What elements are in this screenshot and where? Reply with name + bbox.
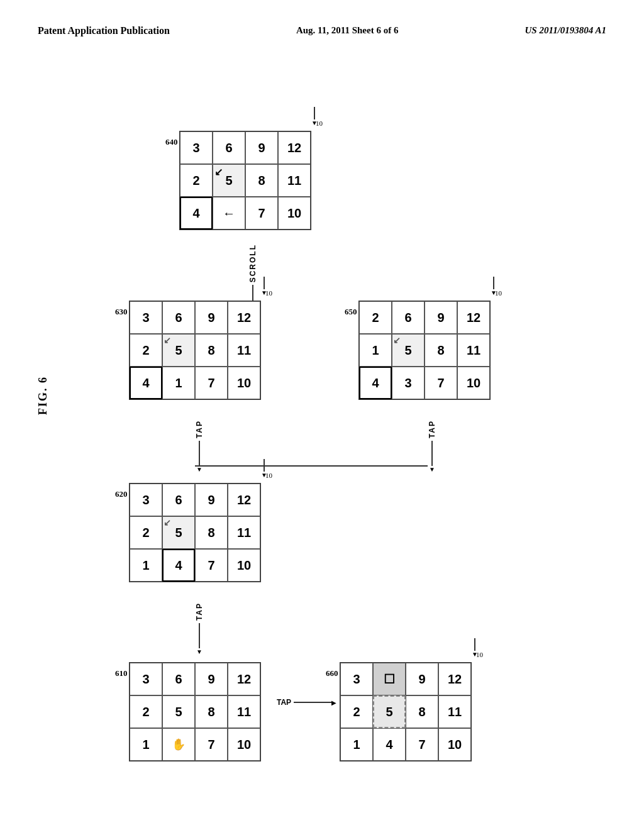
diagram-630: 630 10 ▼ 3 6 9 12 2 5 ↙ 8 11 [142,301,261,400]
cell-610-r0c3: 12 [228,663,260,695]
label-660: 660 [326,668,338,678]
cell-610-r0c0: 3 [130,663,162,695]
cell-640-r1c3: 11 [278,164,311,197]
cell-630-r2c3: 10 [228,367,260,399]
cell-630-r1c1: 5 ↙ [162,334,195,367]
cell-640-r1c2: 8 [245,164,278,197]
publication-title: Patent Application Publication [38,25,170,36]
main-content: FIG. 6 640 10 ▼ 3 6 9 12 2 [0,49,644,816]
label-620: 620 [115,489,128,499]
cell-630-r1c3: 11 [228,334,260,367]
diagram-610: 610 3 6 9 12 2 5 8 11 1 ✋ 7 10 [142,662,261,761]
cell-630-r0c2: 9 [195,301,228,334]
cell-620-r1c3: 11 [228,516,260,549]
cell-650-r0c2: 9 [425,301,457,334]
grid-610: 3 6 9 12 2 5 8 11 1 ✋ 7 10 [129,662,261,761]
cell-660-r2c0: 1 [340,728,373,761]
cell-650-r1c0: 1 [359,334,392,367]
cell-630-r0c3: 12 [228,301,260,334]
cell-630-r2c2: 7 [195,367,228,399]
grid-630: 3 6 9 12 2 5 ↙ 8 11 4 1 7 10 [129,301,261,400]
cell-620-r0c1: 6 [162,484,195,516]
cell-640-r2c2: 7 [245,197,278,230]
cell-650-r2c1: 3 [392,367,425,399]
tap-arrow-620-610: TAP ▼ [195,602,204,655]
cell-630-r2c0: 4 [130,367,162,399]
label-610: 610 [115,668,128,678]
cell-640-r2c0: 4 [180,197,213,230]
grid-620: 3 6 9 12 2 5 ↙ 8 11 1 4 7 10 [129,483,261,582]
tap-label-4: TAP [277,698,291,707]
page-header: Patent Application Publication Aug. 11, … [0,0,644,49]
cell-650-r2c3: 10 [457,367,490,399]
cell-660-r0c3: 12 [438,663,471,695]
tap-arrow-650-right: TAP ▼ [428,420,436,473]
label-630: 630 [115,307,128,317]
diagram-660: 660 10 ▼ 3 ☐ 9 12 2 5 8 11 1 4 7 [352,662,472,761]
cell-650-r0c0: 2 [359,301,392,334]
cell-610-r2c3: 10 [228,728,260,761]
publication-number: US 2011/0193804 A1 [525,25,606,36]
cell-650-r0c3: 12 [457,301,490,334]
cell-660-r1c0: 2 [340,695,373,728]
cell-650-r2c0: 4 [359,367,392,399]
grid-640: 3 6 9 12 2 5 ↙ 8 11 4 ← 7 [179,131,311,230]
cell-650-r0c1: 6 [392,301,425,334]
cell-640-r2c1: ← [213,197,245,230]
tap-label-1: TAP [195,420,204,438]
cell-640-r1c1: 5 ↙ [213,164,245,197]
label-640: 640 [165,137,178,147]
grid-640-cells: 3 6 9 12 2 5 ↙ 8 11 4 ← 7 [180,131,311,230]
arrow-660: ▼ [472,638,478,658]
cell-620-r1c1: 5 ↙ [162,516,195,549]
cell-610-r1c3: 11 [228,695,260,728]
grid-660: 3 ☐ 9 12 2 5 8 11 1 4 7 10 [340,662,472,761]
cell-650-r1c2: 8 [425,334,457,367]
cell-620-r2c3: 10 [228,549,260,582]
cell-610-r2c2: 7 [195,728,228,761]
cell-620-r1c2: 8 [195,516,228,549]
diagram-650: 650 10 ▼ 2 6 9 12 1 5 ↙ 8 11 [371,301,491,400]
cell-660-r2c1: 4 [373,728,406,761]
arrow-640: ▼ [311,107,318,126]
publication-date-sheet: Aug. 11, 2011 Sheet 6 of 6 [296,25,399,36]
cell-640-r0c1: 6 [213,131,245,164]
cell-660-r0c1: ☐ [373,663,406,695]
cell-660-r1c1: 5 [373,695,406,728]
cell-610-r1c2: 8 [195,695,228,728]
cell-610-r2c0: 1 [130,728,162,761]
cell-630-r1c2: 8 [195,334,228,367]
tap-label-2: TAP [428,420,436,438]
figure-label: FIG. 6 [36,376,50,415]
cell-650-r2c2: 7 [425,367,457,399]
cell-660-r2c2: 7 [406,728,438,761]
grid-620-cells: 3 6 9 12 2 5 ↙ 8 11 1 4 7 10 [130,484,260,582]
grid-610-cells: 3 6 9 12 2 5 8 11 1 ✋ 7 10 [130,663,260,761]
cell-610-r0c1: 6 [162,663,195,695]
horizontal-connector-1 [195,465,428,467]
cell-640-r0c3: 12 [278,131,311,164]
cell-660-r2c3: 10 [438,728,471,761]
label-650: 650 [345,307,357,317]
cell-630-r0c0: 3 [130,301,162,334]
grid-650-cells: 2 6 9 12 1 5 ↙ 8 11 4 3 7 10 [359,301,490,399]
cell-610-r0c2: 9 [195,663,228,695]
cell-640-r0c2: 9 [245,131,278,164]
cell-620-r1c0: 2 [130,516,162,549]
cell-610-r1c0: 2 [130,695,162,728]
cell-630-r2c1: 1 [162,367,195,399]
cell-630-r1c0: 2 [130,334,162,367]
cell-630-r0c1: 6 [162,301,195,334]
arrow-630: ▼ [261,277,267,296]
cell-660-r1c2: 8 [406,695,438,728]
cell-660-r1c3: 11 [438,695,471,728]
cell-610-r2c1: ✋ [162,728,195,761]
grid-650: 2 6 9 12 1 5 ↙ 8 11 4 3 7 10 [358,301,491,400]
tap-arrow-610-660: TAP ▶ [277,698,336,707]
diagram-620: 620 10 ▼ 3 6 9 12 2 5 ↙ 8 11 [142,483,261,582]
cell-620-r2c1: 4 [162,549,195,582]
cell-650-r1c3: 11 [457,334,490,367]
diagram-640: 640 10 ▼ 3 6 9 12 2 5 [192,131,311,230]
cell-660-r0c2: 9 [406,663,438,695]
arrow-620: ▼ [261,459,267,479]
